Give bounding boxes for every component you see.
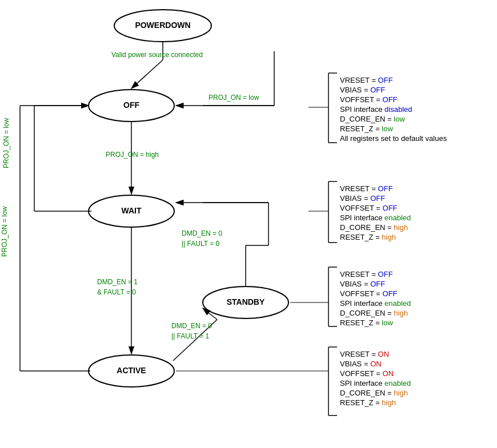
off-info-vbias: VBIAS = OFF (340, 86, 385, 94)
wait-info-spi: SPI interface enabled (340, 213, 411, 222)
transition-fault-0: || FAULT = 0 (182, 240, 219, 248)
transition-dmd-en-0: DMD_EN = 0 (182, 229, 222, 237)
active-info-vreset: VRESET = ON (340, 350, 389, 358)
transition-valid-power: Valid power source connected (111, 51, 203, 59)
wait-info-vbias: VBIAS = OFF (340, 194, 385, 203)
wait-label: WAIT (122, 206, 142, 215)
standby-info-spi: SPI interface enabled (340, 299, 411, 308)
active-info-voffset: VOFFSET = ON (340, 369, 394, 378)
standby-info-dcore: D_CORE_EN = high (340, 309, 408, 317)
transition-proj-on-high: PROJ_ON = high (106, 151, 159, 159)
standby-info-vreset: VRESET = OFF (340, 270, 393, 279)
wait-info-resetz: RESET_Z = high (340, 233, 396, 241)
powerdown-label: POWERDOWN (135, 21, 190, 30)
wait-info-vreset: VRESET = OFF (340, 184, 393, 193)
off-info-spi: SPI interface disabled (340, 105, 412, 114)
active-info-dcore: D_CORE_EN = high (340, 389, 408, 397)
active-info-spi: SPI interface enabled (340, 379, 411, 388)
state-diagram: POWERDOWN OFF WAIT STANDBY ACTIVE Valid … (0, 0, 497, 448)
off-label: OFF (123, 100, 139, 110)
transition-proj-on-low-right: PROJ_ON = low (209, 94, 259, 102)
standby-info-resetz: RESET_Z = low (340, 318, 393, 327)
active-info-resetz: RESET_Z = high (340, 398, 396, 407)
svg-line-3 (131, 60, 163, 88)
standby-label: STANDBY (227, 297, 265, 306)
off-info-vreset: VRESET = OFF (340, 76, 393, 84)
wait-info-dcore: D_CORE_EN = high (340, 223, 408, 232)
active-info-vbias: VBIAS = ON (340, 360, 382, 368)
off-info-dcore: D_CORE_EN = low (340, 115, 405, 123)
transition-fault-0-wait: & FAULT = 0 (97, 288, 136, 296)
active-label: ACTIVE (117, 366, 146, 375)
off-info-voffset: VOFFSET = OFF (340, 95, 398, 104)
transition-proj-on-low-active: PROJ_ON = low (1, 206, 9, 257)
transition-proj-on-low-wait: PROJ_ON = low (2, 118, 10, 168)
transition-fault-1: || FAULT = 1 (171, 332, 209, 340)
off-info-regs: All registers set to default values (340, 134, 447, 143)
wait-info-voffset: VOFFSET = OFF (340, 204, 398, 212)
off-info-resetz: RESET_Z = low (340, 124, 393, 133)
transition-dmd-en-1: DMD_EN = 1 (97, 278, 138, 286)
standby-info-voffset: VOFFSET = OFF (340, 289, 398, 298)
transition-dmd-en-0-fault1: DMD_EN = 0 (171, 322, 212, 330)
standby-info-vbias: VBIAS = OFF (340, 280, 385, 288)
